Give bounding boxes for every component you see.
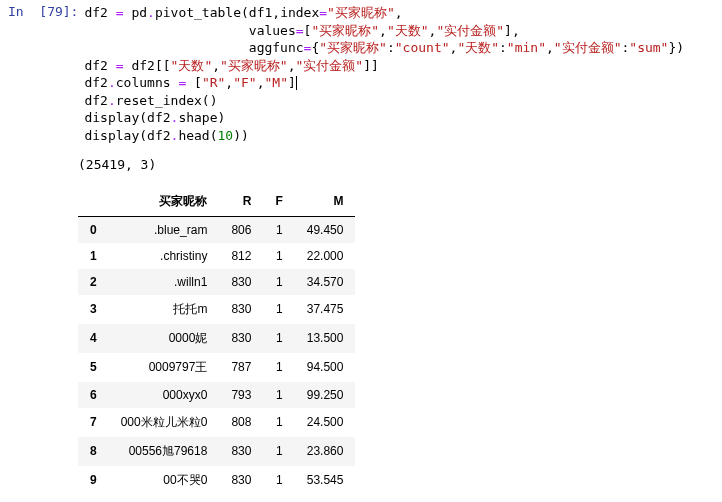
cell: 99.250 [295, 382, 356, 408]
col-header: R [219, 187, 263, 217]
cell: 00不哭0 [109, 466, 220, 495]
cell: 830 [219, 466, 263, 495]
table-row: 6000xyx0793199.250 [78, 382, 355, 408]
col-header: M [295, 187, 356, 217]
row-index: 2 [78, 269, 109, 295]
cell: 53.545 [295, 466, 356, 495]
index-header [78, 187, 109, 217]
table-row: 50009797王787194.500 [78, 353, 355, 382]
text-cursor [296, 76, 297, 90]
cell: 1 [263, 466, 294, 495]
table-row: 2.willn1830134.570 [78, 269, 355, 295]
cell: 22.000 [295, 243, 356, 269]
cell: 830 [219, 437, 263, 466]
table-row: 800556旭79618830123.860 [78, 437, 355, 466]
table-row: 40000妮830113.500 [78, 324, 355, 353]
cell: 1 [263, 243, 294, 269]
table-row: 900不哭0830153.545 [78, 466, 355, 495]
cell: 94.500 [295, 353, 356, 382]
input-prompt: In [79]: [8, 4, 84, 144]
cell: 24.500 [295, 408, 356, 437]
cell: 49.450 [295, 216, 356, 243]
cell: 13.500 [295, 324, 356, 353]
cell: 37.475 [295, 295, 356, 324]
row-index: 7 [78, 408, 109, 437]
table-row: 1.christiny812122.000 [78, 243, 355, 269]
cell: .willn1 [109, 269, 220, 295]
cell: 1 [263, 295, 294, 324]
row-index: 1 [78, 243, 109, 269]
dataframe-output: 买家昵称 R F M 0.blue_ram806149.4501.christi… [78, 175, 722, 502]
row-index: 3 [78, 295, 109, 324]
cell: 806 [219, 216, 263, 243]
col-header: F [263, 187, 294, 217]
code-input[interactable]: df2 = pd.pivot_table(df1,index="买家昵称", v… [84, 4, 722, 144]
row-index: 4 [78, 324, 109, 353]
output-shape: (25419, 3) [78, 144, 722, 174]
cell: 787 [219, 353, 263, 382]
cell: .christiny [109, 243, 220, 269]
cell: 23.860 [295, 437, 356, 466]
cell: 00556旭79618 [109, 437, 220, 466]
cell: 000米粒儿米粒0 [109, 408, 220, 437]
cell: 830 [219, 324, 263, 353]
cell: 1 [263, 216, 294, 243]
cell: 34.570 [295, 269, 356, 295]
notebook-cell: In [79]: df2 = pd.pivot_table(df1,index=… [0, 0, 722, 144]
row-index: 0 [78, 216, 109, 243]
cell: 808 [219, 408, 263, 437]
cell: .blue_ram [109, 216, 220, 243]
row-index: 9 [78, 466, 109, 495]
table-row: 7000米粒儿米粒0808124.500 [78, 408, 355, 437]
cell: 1 [263, 382, 294, 408]
cell: 830 [219, 269, 263, 295]
cell: 1 [263, 353, 294, 382]
row-index: 5 [78, 353, 109, 382]
row-index: 8 [78, 437, 109, 466]
cell: 1 [263, 408, 294, 437]
row-index: 6 [78, 382, 109, 408]
dataframe-table: 买家昵称 R F M 0.blue_ram806149.4501.christi… [78, 187, 355, 495]
cell: 1 [263, 437, 294, 466]
cell: 812 [219, 243, 263, 269]
cell: 托托m [109, 295, 220, 324]
cell: 1 [263, 324, 294, 353]
cell: 1 [263, 269, 294, 295]
col-header: 买家昵称 [109, 187, 220, 217]
cell: 830 [219, 295, 263, 324]
table-row: 3托托m830137.475 [78, 295, 355, 324]
cell: 000xyx0 [109, 382, 220, 408]
cell: 793 [219, 382, 263, 408]
cell: 0009797王 [109, 353, 220, 382]
table-row: 0.blue_ram806149.450 [78, 216, 355, 243]
cell: 0000妮 [109, 324, 220, 353]
